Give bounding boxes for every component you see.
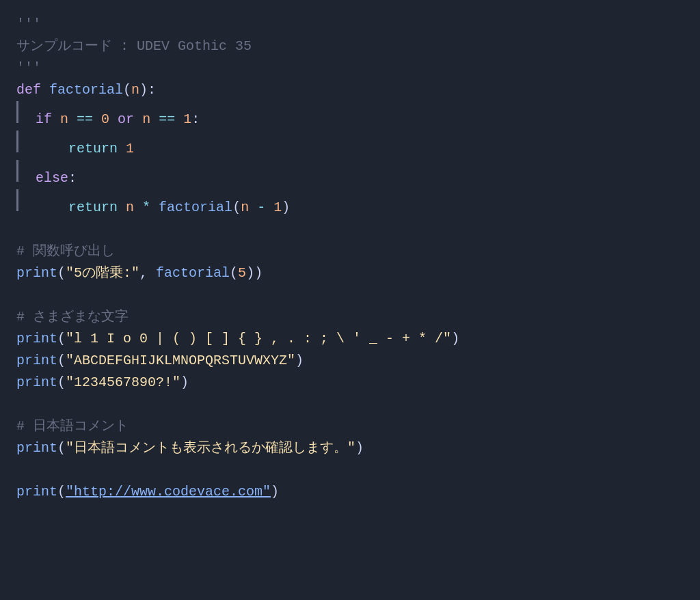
paren-print6-close: ) — [271, 481, 279, 503]
op-eq1: == — [77, 109, 93, 131]
str-numbers: "1234567890?!" — [66, 372, 180, 394]
num-1-recurse: 1 — [273, 197, 282, 219]
param-n: n — [131, 79, 139, 101]
indent-gutter-else — [16, 160, 25, 182]
op-eq2: == — [159, 109, 175, 131]
num-0: 0 — [101, 109, 109, 131]
comment-text: サンプルコード : UDEV Gothic 35 — [16, 36, 252, 57]
str-chars: "l 1 I o 0 | ( ) [ ] { } , . : ; \ ' _ -… — [66, 328, 451, 350]
paren-print4-open: ( — [57, 372, 66, 394]
line-print-chars: print("l 1 I o 0 | ( ) [ ] { } , . : ; \… — [16, 328, 684, 350]
space3 — [109, 109, 118, 131]
paren-print2-close: ) — [451, 328, 459, 350]
empty-line-3 — [16, 394, 684, 415]
paren-print5-open: ( — [57, 437, 66, 459]
var-n-1: n — [60, 109, 68, 131]
paren-print3-close: ) — [295, 350, 304, 372]
indent-gutter-return2 — [16, 189, 25, 211]
str-japanese: "日本語コメントも表示されるか確認します。" — [66, 437, 355, 459]
keyword-def: def — [16, 79, 49, 101]
keyword-return1: return — [68, 138, 118, 160]
str-url: "http://www.codevace.com" — [66, 481, 271, 503]
return-val-1: 1 — [126, 138, 134, 160]
paren-print4-close: ) — [180, 372, 189, 394]
empty-line-4 — [16, 459, 684, 481]
paren-fact-call: ( — [230, 262, 238, 284]
space8 — [150, 197, 159, 219]
keyword-or: or — [118, 109, 134, 131]
var-n-3: n — [241, 197, 249, 219]
empty-line-2 — [16, 284, 684, 306]
colon-if: : — [191, 109, 200, 131]
str-abc: "ABCDEFGHIJKLMNOPQRSTUVWXYZ" — [66, 350, 295, 372]
paren-close-recurse: ) — [282, 197, 290, 219]
num-1: 1 — [183, 109, 191, 131]
line-return1: return 1 — [16, 131, 684, 160]
func-print-3: print — [16, 350, 57, 372]
line-print-num: print("1234567890?!") — [16, 372, 684, 394]
line-comment-japanese: # 日本語コメント — [16, 415, 684, 437]
line-print-url: print("http://www.codevace.com") — [16, 481, 684, 503]
keyword-return2: return — [68, 197, 118, 219]
paren-print3-open: ( — [57, 350, 66, 372]
var-n-recurse: n — [126, 197, 134, 219]
line-def: def factorial(n): — [16, 79, 684, 101]
paren-recurse: ( — [232, 197, 241, 219]
triple-quote-open: ''' — [16, 14, 41, 36]
op-multiply: * — [142, 197, 150, 219]
line-print-japanese: print("日本語コメントも表示されるか確認します。") — [16, 437, 684, 459]
line-else: else: — [16, 160, 684, 189]
space1 — [68, 109, 77, 131]
keyword-if: if — [36, 109, 60, 131]
op-minus: - — [257, 197, 265, 219]
space6 — [175, 109, 183, 131]
line-print-factorial: print("5の階乗:", factorial(5)) — [16, 262, 684, 284]
var-n-2: n — [142, 109, 150, 131]
paren-close-colon: ): — [139, 79, 156, 101]
space-return1 — [118, 138, 126, 160]
space2 — [93, 109, 101, 131]
comma-1: , — [139, 262, 156, 284]
func-print-2: print — [16, 328, 57, 350]
func-print-6: print — [16, 481, 57, 503]
comment-func-call: # 関数呼び出し — [16, 241, 115, 262]
triple-quote-close: ''' — [16, 57, 41, 79]
line-triple-quote-open: ''' — [16, 14, 684, 36]
space7 — [134, 197, 142, 219]
line-comment-func-call: # 関数呼び出し — [16, 241, 684, 262]
paren-print2-open: ( — [57, 328, 66, 350]
empty-line-1 — [16, 219, 684, 241]
num-5: 5 — [238, 262, 246, 284]
func-print-4: print — [16, 372, 57, 394]
func-name-factorial: factorial — [49, 79, 123, 101]
space5 — [150, 109, 159, 131]
space-return2 — [118, 197, 126, 219]
space10 — [265, 197, 273, 219]
func-print-5: print — [16, 437, 57, 459]
space4 — [134, 109, 142, 131]
line-comment-chars: # さまざまな文字 — [16, 306, 684, 328]
line-comment-content: サンプルコード : UDEV Gothic 35 — [16, 36, 684, 57]
indent-gutter-if — [16, 101, 25, 123]
space9 — [249, 197, 257, 219]
func-factorial-call: factorial — [156, 262, 230, 284]
paren-print5-close: ) — [355, 437, 364, 459]
indent-gutter-return1 — [16, 131, 25, 152]
keyword-else: else — [36, 167, 68, 189]
paren-close-print1: )) — [246, 262, 262, 284]
func-name-factorial-recurse: factorial — [159, 197, 232, 219]
func-print-1: print — [16, 262, 57, 284]
colon-else: : — [68, 167, 77, 189]
line-triple-quote-close: ''' — [16, 57, 684, 79]
paren-print6-open: ( — [57, 481, 66, 503]
line-if: if n == 0 or n == 1: — [16, 101, 684, 131]
paren-open: ( — [123, 79, 131, 101]
str-kaijo: "5の階乗:" — [66, 262, 139, 284]
line-return-recurse: return n * factorial(n - 1) — [16, 189, 684, 219]
comment-japanese: # 日本語コメント — [16, 415, 129, 437]
line-print-abc: print("ABCDEFGHIJKLMNOPQRSTUVWXYZ") — [16, 350, 684, 372]
comment-chars: # さまざまな文字 — [16, 306, 129, 328]
code-editor: ''' サンプルコード : UDEV Gothic 35 ''' def fac… — [0, 0, 700, 600]
paren-print1-open: ( — [57, 262, 66, 284]
